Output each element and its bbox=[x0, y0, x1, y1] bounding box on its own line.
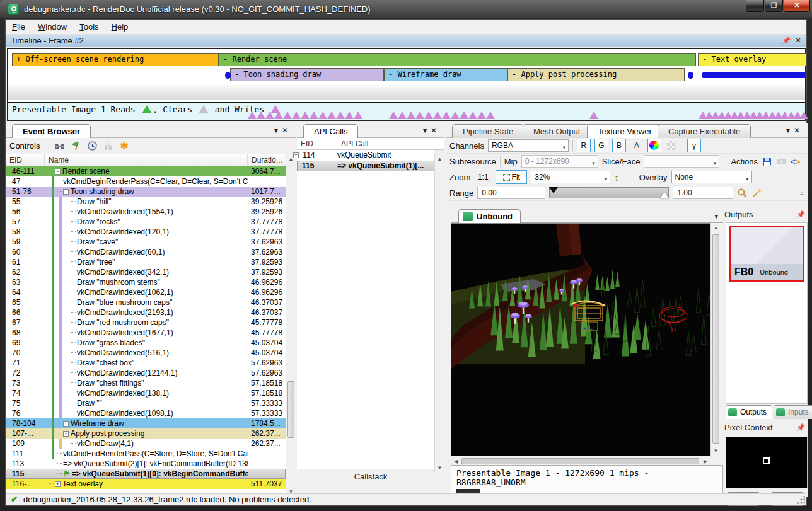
event-row[interactable]: 65 Draw "blue mushroom caps" 46.37037 bbox=[6, 297, 286, 307]
zoom-combo[interactable]: 32%▾ bbox=[531, 171, 610, 183]
timeline-marker-bar[interactable]: - Wireframe draw bbox=[384, 68, 508, 81]
range-min-field[interactable]: 0.00 bbox=[477, 187, 545, 199]
texture-canvas[interactable] bbox=[451, 223, 710, 456]
write-usage-triangles[interactable] bbox=[589, 112, 598, 119]
timeline-marker-bar[interactable]: - Apply post processing bbox=[508, 68, 685, 81]
event-row[interactable]: 56 vkCmdDrawIndexed(1554,1) 39.25926 bbox=[6, 207, 286, 217]
expand-toggle[interactable]: - bbox=[63, 431, 69, 437]
event-row[interactable]: 69 Draw "grass blades" 45.03704 bbox=[6, 338, 286, 348]
find-icon[interactable] bbox=[54, 141, 65, 151]
tab-outputs[interactable]: Outputs bbox=[726, 405, 772, 419]
event-row[interactable]: 61 Draw "tree" 37.92593 bbox=[6, 257, 286, 267]
alpha-channel-button[interactable]: A bbox=[630, 139, 644, 152]
pin-icon[interactable]: 📌 bbox=[796, 210, 805, 219]
event-row[interactable]: 51-76 -Toon shading draw 1017.7... bbox=[6, 187, 286, 197]
zoom-fit-button[interactable]: Fit bbox=[496, 170, 527, 184]
event-row[interactable]: 75 Draw "" 57.33333 bbox=[6, 398, 286, 408]
event-row[interactable]: 111 vkCmdEndRenderPass(C=Store, D=Store,… bbox=[6, 449, 286, 459]
timeline-marker-bar[interactable]: - Text overlay bbox=[698, 53, 806, 66]
expand-toggle[interactable]: + bbox=[55, 481, 61, 487]
toolbar-overflow-handle[interactable]: ≡ bbox=[800, 190, 804, 197]
event-row[interactable]: 66 vkCmdDrawIndexed(2193,1) 46.37037 bbox=[6, 307, 286, 318]
flip-y-icon[interactable]: ↕ bbox=[614, 172, 619, 183]
overlay-combo[interactable]: None▾ bbox=[671, 171, 752, 183]
save-icon[interactable] bbox=[762, 156, 772, 167]
colorwheel-button[interactable] bbox=[647, 139, 661, 152]
pixel-context-view[interactable] bbox=[726, 437, 808, 488]
timeline-draw-dots[interactable] bbox=[688, 72, 699, 79]
event-row[interactable]: 70 vkCmdDrawIndexed(516,1) 45.03704 bbox=[6, 348, 286, 358]
event-row[interactable]: 115 ⚑=> vkQueueSubmit(1)[0]: vkBeginComm… bbox=[6, 469, 286, 479]
texture-tab-unbound[interactable]: Unbound bbox=[458, 209, 521, 223]
event-row[interactable]: 76 vkCmdDrawIndexed(1098,1) 57.33333 bbox=[6, 408, 286, 418]
tab-event-browser[interactable]: Event Browser bbox=[12, 124, 91, 138]
range-slider[interactable] bbox=[549, 187, 669, 198]
bookmark-flag-icon[interactable] bbox=[71, 141, 81, 151]
time-icon[interactable] bbox=[87, 141, 98, 151]
mip-combo[interactable]: 0 - 1272x690▾ bbox=[521, 155, 598, 168]
range-black-marker[interactable] bbox=[549, 187, 558, 193]
close-icon[interactable]: ✕ bbox=[795, 36, 801, 45]
event-row[interactable]: 109 vkCmdDraw(4,1) 262.37... bbox=[6, 439, 286, 449]
gamma-button[interactable]: γ bbox=[687, 139, 701, 152]
event-row[interactable]: 67 Draw "red mushroom caps" 45.77778 bbox=[6, 318, 286, 328]
event-row[interactable]: 116-... +Text overlay 511.7037 bbox=[6, 479, 286, 489]
red-channel-button[interactable]: R bbox=[577, 139, 591, 152]
histogram-wand-icon[interactable] bbox=[751, 188, 762, 198]
event-row[interactable]: 73 Draw "chest fittings" 57.18518 bbox=[6, 378, 286, 388]
event-row[interactable]: 72 vkCmdDrawIndexed(12144,1) 57.62963 bbox=[6, 368, 286, 378]
event-row[interactable]: 59 Draw "cave" 37.62963 bbox=[6, 237, 286, 247]
event-row[interactable]: 113 => vkQueueSubmit(2)[1]: vkEndCommand… bbox=[6, 459, 286, 469]
write-usage-triangles[interactable] bbox=[389, 112, 495, 119]
tab-inputs[interactable]: Inputs bbox=[774, 405, 812, 419]
texture-hscrollbar[interactable]: ◀ ▶ bbox=[451, 457, 710, 465]
panel-close-icon[interactable]: ✕ bbox=[794, 126, 804, 135]
green-channel-button[interactable]: G bbox=[594, 139, 608, 152]
event-row[interactable]: 57 Draw "rocks" 37.77778 bbox=[6, 217, 286, 227]
event-row[interactable]: 62 vkCmdDrawIndexed(342,1) 37.92593 bbox=[6, 267, 286, 277]
timeline[interactable]: + Off-screen scene rendering- Render sce… bbox=[7, 48, 806, 121]
texture-vscrollbar[interactable]: ▲ ▼ bbox=[710, 223, 721, 456]
panel-caret-icon[interactable]: ▾ bbox=[423, 126, 431, 135]
event-row[interactable]: 74 vkCmdDrawIndexed(138,1) 57.18518 bbox=[6, 388, 286, 398]
tab-capture-executable[interactable]: Capture Executable bbox=[658, 124, 751, 138]
api-calls-header[interactable]: EID API Call bbox=[297, 138, 444, 150]
api-call-row[interactable]: + 114 vkQueueSubmit bbox=[297, 150, 434, 161]
timeline-marker-bar[interactable]: - Toon shading draw bbox=[230, 68, 384, 81]
timeline-marker-bar[interactable]: - Render scene bbox=[219, 53, 696, 66]
event-row[interactable]: 58 vkCmdDrawIndexed(120,1) 37.77778 bbox=[6, 227, 286, 237]
event-row[interactable]: 71 Draw "chest box" 57.62963 bbox=[6, 358, 286, 368]
autofit-magnifier-icon[interactable] bbox=[737, 188, 748, 198]
resize-grip[interactable] bbox=[797, 496, 805, 504]
tab-pipeline-state[interactable]: Pipeline State bbox=[452, 124, 524, 138]
range-white-marker[interactable] bbox=[660, 192, 669, 198]
pin-icon[interactable]: 📌 bbox=[782, 37, 791, 44]
channels-combo[interactable]: RGBA▾ bbox=[488, 139, 569, 152]
event-row[interactable]: 55 Draw "hill" 39.25926 bbox=[6, 197, 286, 207]
tab-api-calls[interactable]: API Calls bbox=[303, 124, 358, 138]
panel-close-icon[interactable]: ✕ bbox=[431, 126, 441, 135]
options-star-icon[interactable]: ✱ bbox=[120, 140, 128, 152]
blue-channel-button[interactable]: B bbox=[612, 139, 626, 152]
event-row[interactable]: 46-111 -Render scene 3064.7... bbox=[6, 166, 286, 176]
write-usage-triangles[interactable] bbox=[699, 112, 808, 119]
event-row[interactable]: 68 vkCmdDrawIndexed(1677,1) 45.77778 bbox=[6, 328, 286, 338]
tab-mesh-output[interactable]: Mesh Output bbox=[523, 124, 591, 138]
menu-item[interactable]: Tools bbox=[73, 20, 105, 34]
texture-tab-list-caret-icon[interactable]: ▾ bbox=[714, 212, 718, 221]
event-row[interactable]: 60 vkCmdDrawIndexed(60,1) 37.62963 bbox=[6, 247, 286, 257]
minimize-button[interactable]: – bbox=[746, 0, 764, 12]
output-thumbnail-fb0[interactable]: FB0 Unbound bbox=[729, 226, 804, 282]
pin-icon[interactable]: 📌 bbox=[796, 423, 805, 432]
expand-toggle[interactable]: + bbox=[63, 421, 69, 427]
panel-caret-icon[interactable]: ▾ bbox=[274, 126, 282, 135]
panel-caret-icon[interactable]: ▾ bbox=[786, 126, 794, 135]
event-row[interactable]: 107-... -Apply post processing 262.37... bbox=[6, 428, 286, 439]
event-browser-header[interactable]: EID Name Duratio... bbox=[6, 154, 296, 166]
event-row[interactable]: 47 vkCmdBeginRenderPass(C=Clear, D=Clear… bbox=[6, 176, 286, 187]
event-row[interactable]: 64 vkCmdDrawIndexed(1062,1) 46.96296 bbox=[6, 287, 286, 297]
api-calls-scrollbar[interactable]: ▲ ▼ bbox=[434, 154, 444, 473]
zoom-1to1-button[interactable]: 1:1 bbox=[474, 170, 492, 184]
close-button[interactable]: ✕ bbox=[784, 0, 810, 12]
range-max-field[interactable]: 1.00 bbox=[673, 187, 733, 199]
